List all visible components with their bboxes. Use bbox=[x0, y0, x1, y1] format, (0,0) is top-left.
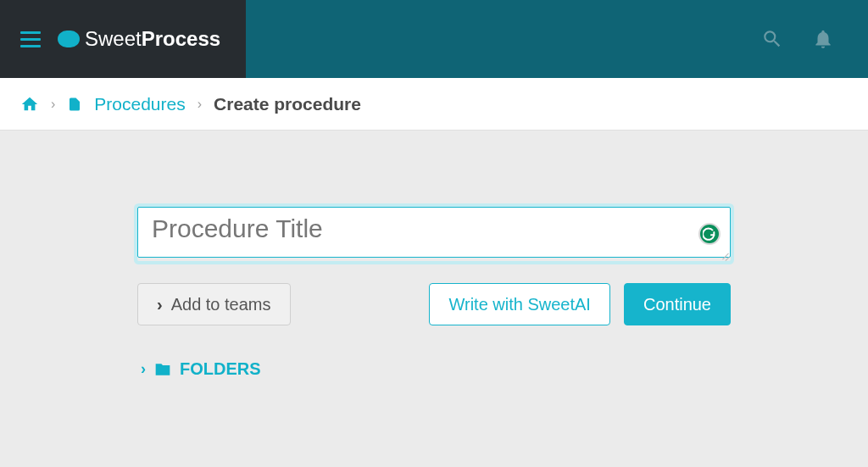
brand-text: SweetProcess bbox=[85, 27, 220, 51]
folder-icon bbox=[153, 361, 173, 378]
add-to-teams-button[interactable]: › Add to teams bbox=[137, 283, 291, 325]
procedure-title-input[interactable] bbox=[137, 207, 731, 258]
write-with-sweetai-button[interactable]: Write with SweetAI bbox=[429, 283, 609, 325]
continue-label: Continue bbox=[643, 295, 711, 314]
document-icon bbox=[67, 95, 82, 114]
folders-toggle[interactable]: › FOLDERS bbox=[137, 359, 731, 379]
search-icon[interactable] bbox=[761, 28, 783, 50]
title-input-wrap bbox=[137, 207, 731, 261]
add-to-teams-label: Add to teams bbox=[171, 295, 271, 314]
grammarly-icon[interactable] bbox=[698, 223, 721, 245]
chevron-right-icon: › bbox=[141, 360, 146, 378]
main-content: › Add to teams Write with SweetAI Contin… bbox=[0, 131, 868, 379]
home-icon[interactable] bbox=[20, 95, 39, 114]
logo-mark-icon bbox=[58, 31, 80, 47]
chevron-right-icon: › bbox=[51, 97, 55, 112]
button-row: › Add to teams Write with SweetAI Contin… bbox=[137, 283, 731, 325]
bell-icon[interactable] bbox=[812, 28, 834, 50]
header-left: SweetProcess bbox=[0, 0, 246, 78]
create-procedure-form: › Add to teams Write with SweetAI Contin… bbox=[137, 207, 731, 379]
breadcrumb-current: Create procedure bbox=[214, 94, 361, 114]
chevron-right-icon: › bbox=[157, 295, 163, 314]
app-header: SweetProcess bbox=[0, 0, 868, 78]
breadcrumb-procedures-link[interactable]: Procedures bbox=[94, 94, 185, 114]
menu-icon[interactable] bbox=[20, 31, 41, 47]
resize-handle-icon[interactable] bbox=[721, 251, 729, 259]
sweetai-label: Write with SweetAI bbox=[448, 295, 590, 314]
breadcrumb: › Procedures › Create procedure bbox=[0, 78, 868, 131]
brand-logo[interactable]: SweetProcess bbox=[58, 27, 220, 51]
header-right bbox=[246, 0, 868, 78]
continue-button[interactable]: Continue bbox=[624, 283, 731, 325]
chevron-right-icon: › bbox=[198, 97, 202, 112]
folders-label: FOLDERS bbox=[180, 359, 261, 379]
